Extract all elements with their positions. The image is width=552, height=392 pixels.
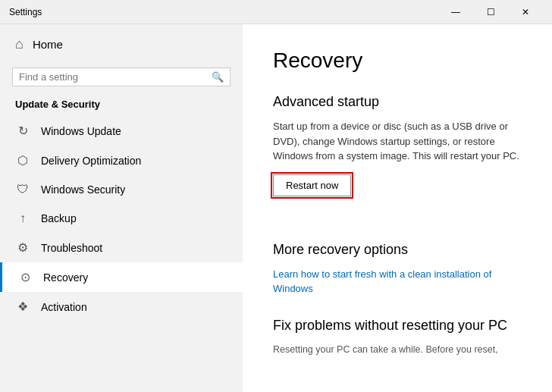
fix-problems-description: Resetting your PC can take a while. Befo… (273, 343, 522, 357)
content-area: Recovery Advanced startup Start up from … (243, 24, 552, 392)
sidebar-label-windows-security: Windows Security (41, 183, 125, 196)
more-recovery-section: More recovery options Learn how to start… (273, 242, 522, 296)
search-input[interactable] (19, 71, 207, 83)
sidebar-item-troubleshoot[interactable]: ⚙ Troubleshoot (0, 233, 243, 262)
advanced-startup-description: Start up from a device or disc (such as … (273, 119, 522, 164)
sidebar-label-windows-update: Windows Update (41, 125, 121, 137)
home-icon: ⌂ (15, 36, 24, 52)
title-bar: Settings — ☐ ✕ (0, 0, 552, 24)
sidebar-item-recovery[interactable]: ⊙ Recovery (0, 262, 243, 292)
troubleshoot-icon: ⚙ (15, 240, 30, 255)
advanced-startup-heading: Advanced startup (273, 94, 522, 110)
search-box: 🔍 (12, 67, 231, 86)
sidebar-item-windows-security[interactable]: 🛡 Windows Security (0, 175, 243, 204)
sidebar-section-title: Update & Security (0, 96, 243, 116)
delivery-optimization-icon: ⬡ (15, 153, 30, 168)
sidebar-label-backup: Backup (41, 212, 77, 224)
restart-now-button[interactable]: Restart now (273, 174, 351, 196)
home-label: Home (33, 38, 63, 51)
search-icon: 🔍 (212, 71, 224, 83)
clean-install-link[interactable]: Learn how to start fresh with a clean in… (273, 268, 491, 295)
sidebar-item-delivery-optimization[interactable]: ⬡ Delivery Optimization (0, 146, 243, 175)
sidebar-label-troubleshoot: Troubleshoot (41, 242, 102, 254)
windows-security-icon: 🛡 (15, 183, 30, 196)
sidebar-item-windows-update[interactable]: ↻ Windows Update (0, 116, 243, 146)
fix-problems-section: Fix problems without resetting your PC R… (273, 318, 522, 357)
advanced-startup-section: Advanced startup Start up from a device … (273, 94, 522, 221)
window-controls: — ☐ ✕ (438, 0, 543, 24)
close-button[interactable]: ✕ (508, 0, 543, 24)
more-recovery-heading: More recovery options (273, 242, 522, 258)
sidebar: ⌂ Home 🔍 Update & Security ↻ Windows Upd… (0, 24, 243, 392)
minimize-button[interactable]: — (438, 0, 473, 24)
page-title: Recovery (273, 49, 522, 73)
recovery-icon: ⊙ (17, 270, 33, 284)
backup-icon: ↑ (15, 212, 30, 225)
sidebar-label-delivery-optimization: Delivery Optimization (41, 155, 141, 167)
activation-icon: ❖ (15, 299, 30, 314)
sidebar-label-recovery: Recovery (43, 271, 88, 284)
windows-update-icon: ↻ (15, 124, 30, 138)
fix-problems-heading: Fix problems without resetting your PC (273, 318, 522, 334)
sidebar-item-activation[interactable]: ❖ Activation (0, 292, 243, 321)
sidebar-label-activation: Activation (41, 301, 87, 313)
main-container: ⌂ Home 🔍 Update & Security ↻ Windows Upd… (0, 24, 552, 392)
sidebar-item-backup[interactable]: ↑ Backup (0, 204, 243, 233)
sidebar-item-home[interactable]: ⌂ Home (0, 24, 243, 64)
app-title: Settings (9, 7, 438, 17)
maximize-button[interactable]: ☐ (473, 0, 508, 24)
